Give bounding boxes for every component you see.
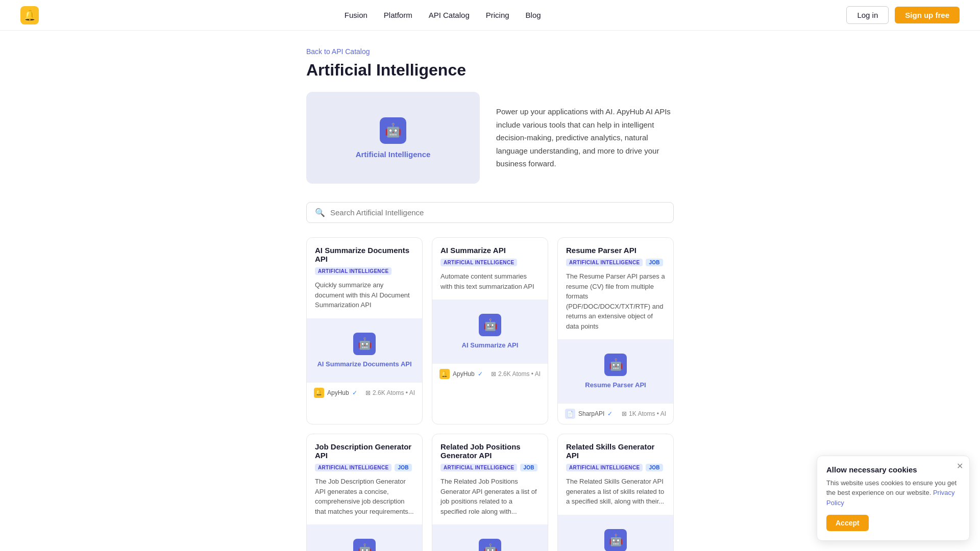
card-title: AI Summarize Documents API bbox=[315, 246, 414, 263]
nav-actions: Log in Sign up free bbox=[846, 6, 960, 24]
card-top: Related Job Positions Generator API ARTI… bbox=[432, 434, 548, 524]
verified-badge: ✓ bbox=[352, 389, 357, 396]
meta-icon: ⊠ bbox=[491, 370, 496, 378]
cookie-title: Allow necessary cookies bbox=[826, 465, 960, 474]
logo[interactable]: 🔔 bbox=[20, 6, 39, 24]
card-description: The Job Description Generator API genera… bbox=[315, 477, 414, 516]
card-image-icon: 🤖 bbox=[479, 314, 501, 336]
api-card[interactable]: Related Job Positions Generator API ARTI… bbox=[432, 434, 548, 551]
cookie-text: This website uses cookies to ensure you … bbox=[826, 478, 960, 508]
card-image-label: AI Summarize API bbox=[462, 341, 519, 349]
card-image: 🤖 Job Description Generator API bbox=[307, 524, 422, 551]
cards-grid: AI Summarize Documents API ARTIFICIAL IN… bbox=[306, 237, 674, 551]
meta-text: 1K Atoms • AI bbox=[629, 410, 666, 417]
card-top: Resume Parser API ARTIFICIAL INTELLIGENC… bbox=[558, 238, 673, 339]
nav-platform[interactable]: Platform bbox=[384, 11, 412, 19]
author-name: ApyHub bbox=[453, 370, 475, 378]
verified-badge: ✓ bbox=[478, 370, 483, 378]
card-image: 🤖 Related Skills Generator API bbox=[558, 515, 673, 552]
card-tags: ARTIFICIAL INTELLIGENCE bbox=[440, 259, 540, 266]
card-title: Resume Parser API bbox=[566, 246, 665, 255]
card-tag: ARTIFICIAL INTELLIGENCE bbox=[315, 267, 391, 275]
page-title: Artificial Intelligence bbox=[306, 61, 674, 80]
hero-label: Artificial Intelligence bbox=[356, 150, 431, 159]
card-tag: ARTIFICIAL INTELLIGENCE bbox=[566, 259, 643, 266]
card-title: Related Skills Generator API bbox=[566, 442, 665, 460]
card-meta: ⊠ 1K Atoms • AI bbox=[622, 410, 666, 417]
card-image-icon: 🤖 bbox=[353, 539, 376, 551]
card-description: The Related Job Positions Generator API … bbox=[440, 477, 540, 516]
card-image-icon: 🤖 bbox=[604, 354, 627, 376]
card-image-icon: 🤖 bbox=[353, 333, 376, 355]
breadcrumb[interactable]: Back to API Catalog bbox=[306, 47, 370, 56]
search-icon: 🔍 bbox=[315, 208, 325, 217]
api-card[interactable]: AI Summarize Documents API ARTIFICIAL IN… bbox=[306, 237, 423, 424]
card-tag: JOB bbox=[520, 464, 537, 471]
accept-button[interactable]: Accept bbox=[826, 515, 869, 531]
card-author: 🔔 ApyHub ✓ bbox=[439, 369, 483, 379]
meta-text: 2.6K Atoms • AI bbox=[498, 370, 541, 378]
card-tag: JOB bbox=[395, 464, 411, 471]
card-author: 🔔 ApyHub ✓ bbox=[314, 388, 357, 398]
card-meta: ⊠ 2.6K Atoms • AI bbox=[491, 370, 541, 378]
card-tag: ARTIFICIAL INTELLIGENCE bbox=[440, 259, 517, 266]
cookie-banner: ✕ Allow necessary cookies This website u… bbox=[817, 456, 970, 541]
hero-description: Power up your applications with AI. ApyH… bbox=[496, 105, 674, 170]
card-tags: ARTIFICIAL INTELLIGENCEJOB bbox=[566, 464, 665, 471]
card-image-label: Resume Parser API bbox=[585, 381, 646, 389]
card-description: The Resume Parser API parses a resume (C… bbox=[566, 271, 665, 331]
card-footer: 🔔 ApyHub ✓ ⊠ 2.6K Atoms • AI bbox=[307, 382, 422, 403]
card-meta: ⊠ 2.6K Atoms • AI bbox=[365, 389, 415, 396]
card-footer: 🔔 ApyHub ✓ ⊠ 2.6K Atoms • AI bbox=[432, 363, 548, 384]
main-content: Back to API Catalog Artificial Intellige… bbox=[296, 31, 684, 551]
card-image: 🤖 Resume Parser API bbox=[558, 339, 673, 403]
api-card[interactable]: Job Description Generator API ARTIFICIAL… bbox=[306, 434, 423, 551]
login-button[interactable]: Log in bbox=[846, 6, 889, 24]
nav-links: Fusion Platform API Catalog Pricing Blog bbox=[345, 11, 541, 19]
card-tags: ARTIFICIAL INTELLIGENCEJOB bbox=[315, 464, 414, 471]
verified-badge: ✓ bbox=[607, 410, 612, 417]
logo-icon: 🔔 bbox=[20, 6, 39, 24]
signup-button[interactable]: Sign up free bbox=[895, 7, 960, 23]
hero-image: 🤖 Artificial Intelligence bbox=[306, 92, 480, 184]
author-icon: 🔔 bbox=[439, 369, 450, 379]
card-image-label: AI Summarize Documents API bbox=[317, 360, 411, 368]
nav-pricing[interactable]: Pricing bbox=[486, 11, 509, 19]
author-icon: 📄 bbox=[565, 409, 575, 419]
nav-api-catalog[interactable]: API Catalog bbox=[429, 11, 470, 19]
api-card[interactable]: Resume Parser API ARTIFICIAL INTELLIGENC… bbox=[557, 237, 674, 424]
card-author: 📄 SharpAPI ✓ bbox=[565, 409, 612, 419]
nav-blog[interactable]: Blog bbox=[526, 11, 541, 19]
search-bar: 🔍 bbox=[306, 202, 674, 223]
api-card[interactable]: Related Skills Generator API ARTIFICIAL … bbox=[557, 434, 674, 551]
meta-icon: ⊠ bbox=[365, 389, 371, 396]
nav-fusion[interactable]: Fusion bbox=[345, 11, 368, 19]
card-top: Job Description Generator API ARTIFICIAL… bbox=[307, 434, 422, 524]
meta-icon: ⊠ bbox=[622, 410, 627, 417]
card-tag: ARTIFICIAL INTELLIGENCE bbox=[566, 464, 643, 471]
search-input[interactable] bbox=[330, 208, 665, 217]
card-description: The Related Skills Generator API generat… bbox=[566, 477, 665, 507]
card-title: Job Description Generator API bbox=[315, 442, 414, 460]
card-top: Related Skills Generator API ARTIFICIAL … bbox=[558, 434, 673, 515]
card-image: 🤖 AI Summarize Documents API bbox=[307, 318, 422, 382]
card-title: AI Summarize API bbox=[440, 246, 540, 255]
hero-section: 🤖 Artificial Intelligence Power up your … bbox=[306, 92, 674, 184]
cookie-close-button[interactable]: ✕ bbox=[957, 461, 963, 471]
api-card[interactable]: AI Summarize API ARTIFICIAL INTELLIGENCE… bbox=[432, 237, 548, 424]
card-description: Quickly summarize any document with this… bbox=[315, 280, 414, 310]
navbar: 🔔 Fusion Platform API Catalog Pricing Bl… bbox=[0, 0, 980, 31]
card-description: Automate content summaries with this tex… bbox=[440, 271, 540, 291]
hero-icon: 🤖 bbox=[380, 117, 406, 144]
card-tag: JOB bbox=[646, 464, 663, 471]
card-tags: ARTIFICIAL INTELLIGENCEJOB bbox=[440, 464, 540, 471]
card-tag: ARTIFICIAL INTELLIGENCE bbox=[315, 464, 391, 471]
author-icon: 🔔 bbox=[314, 388, 324, 398]
card-top: AI Summarize Documents API ARTIFICIAL IN… bbox=[307, 238, 422, 318]
card-tag: ARTIFICIAL INTELLIGENCE bbox=[440, 464, 517, 471]
card-image-icon: 🤖 bbox=[604, 529, 627, 552]
card-tag: JOB bbox=[646, 259, 663, 266]
meta-text: 2.6K Atoms • AI bbox=[373, 389, 415, 396]
author-name: SharpAPI bbox=[578, 410, 604, 417]
card-image: 🤖 Related Job Positions Generator API bbox=[432, 524, 548, 551]
